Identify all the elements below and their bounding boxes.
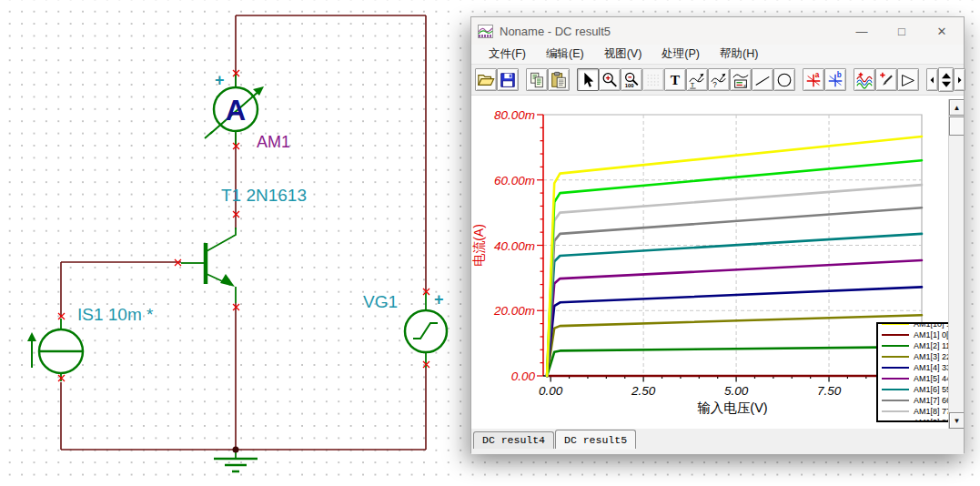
wires[interactable] xyxy=(61,15,426,450)
select-cursor-button[interactable] xyxy=(577,68,599,91)
grid-icon xyxy=(644,71,662,89)
legend-color-line xyxy=(882,410,909,412)
legend-color-line xyxy=(882,378,909,380)
toolbar: 100TT?xab xyxy=(471,65,964,96)
maximize-button[interactable]: □ xyxy=(882,17,922,45)
curve-AM1[2][interactable] xyxy=(547,347,922,376)
legend-color-line xyxy=(882,400,909,401)
marker-button[interactable] xyxy=(897,68,919,91)
y-tick-label: 0.00 xyxy=(511,370,536,383)
open-button[interactable] xyxy=(475,68,497,91)
add-curves-button[interactable] xyxy=(854,68,875,91)
cursor-b-button[interactable]: b xyxy=(824,68,846,91)
ammeter-name-label[interactable]: AM1 xyxy=(257,133,290,151)
menubar: 文件(F)编辑(E)视图(V)处理(P)帮助(H) xyxy=(471,45,964,65)
ammeter-plus-label: + xyxy=(215,71,225,89)
x-tick-label: 7.50 xyxy=(817,384,842,398)
vertical-scrollbar[interactable]: ▲ ▼ xyxy=(948,99,964,429)
menu-item-1[interactable]: 编辑(E) xyxy=(536,45,594,64)
window-title: Noname - DC result5 xyxy=(500,25,611,38)
grid-button[interactable] xyxy=(642,68,664,91)
y-tick-label: 60.00m xyxy=(494,174,535,187)
probe-icon xyxy=(877,71,895,89)
draw-circle-button[interactable] xyxy=(773,68,795,91)
zoom-out-100-button[interactable]: 100 xyxy=(621,68,642,91)
text-icon: T xyxy=(666,71,684,89)
copy-icon xyxy=(528,71,546,89)
legend-color-line xyxy=(882,367,909,369)
nav-right-button[interactable] xyxy=(954,68,965,91)
curve-values-button[interactable]: x xyxy=(730,68,752,91)
curve-AM1[3][interactable] xyxy=(547,315,922,376)
copy-button[interactable] xyxy=(526,68,548,91)
current-source-label[interactable]: IS1 10m * xyxy=(77,305,154,324)
annotate-curve-q-button[interactable]: ? xyxy=(708,68,730,91)
paste-button[interactable] xyxy=(548,68,570,91)
ammeter-symbol[interactable]: A xyxy=(205,73,264,146)
y-tick-label: 80.00m xyxy=(494,108,535,122)
probe-button[interactable] xyxy=(875,68,897,91)
curve-AM1[10][interactable] xyxy=(547,137,922,376)
open-icon xyxy=(477,71,495,89)
titlebar[interactable]: Noname - DC result5 — □ ✕ xyxy=(471,17,964,45)
save-button[interactable] xyxy=(497,68,519,91)
curve-AM1[4][interactable] xyxy=(547,287,922,376)
chart-area[interactable]: 0.0020.00m40.00m60.00m80.00m电流(A)0.002.5… xyxy=(471,96,964,429)
tab-dc-result4[interactable]: DC result4 xyxy=(473,431,554,449)
legend-color-line xyxy=(882,323,909,325)
annotate-curve-a-button[interactable]: T xyxy=(686,68,708,91)
annotate-curve-a-icon: T xyxy=(688,71,706,89)
y-axis-title: 电流(A) xyxy=(471,224,486,267)
plot-window: Noname - DC result5 — □ ✕ 文件(F)编辑(E)视图(V… xyxy=(470,16,965,453)
tab-dc-result5[interactable]: DC result5 xyxy=(555,430,636,449)
nav-left-icon xyxy=(927,71,937,89)
zoom-out-100-icon: 100 xyxy=(622,71,641,89)
curve-values-icon: x xyxy=(732,71,750,89)
svg-text:a: a xyxy=(815,71,820,79)
x-tick-label: 5.00 xyxy=(724,384,749,398)
cursor-a-icon: a xyxy=(804,71,823,89)
generator-name-label[interactable]: VG1 xyxy=(363,292,398,311)
svg-text:T: T xyxy=(671,72,681,87)
scroll-up-button[interactable]: ▲ xyxy=(949,99,964,116)
curve-AM1[5][interactable] xyxy=(547,260,922,376)
svg-text:x: x xyxy=(743,82,746,87)
svg-text:100: 100 xyxy=(625,83,635,88)
scrollbar-thumb[interactable] xyxy=(949,116,964,136)
menu-item-0[interactable]: 文件(F) xyxy=(479,45,536,64)
nav-spinner-button[interactable] xyxy=(938,67,954,92)
x-tick-label: 2.50 xyxy=(631,384,656,398)
junction-dot xyxy=(233,447,239,453)
draw-line-button[interactable] xyxy=(752,68,773,91)
close-button[interactable]: ✕ xyxy=(922,17,962,45)
add-curves-icon xyxy=(855,71,874,89)
legend-color-line xyxy=(882,334,909,336)
menu-item-2[interactable]: 视图(V) xyxy=(594,45,652,64)
x-tick-label: 0.00 xyxy=(539,384,563,398)
current-source-symbol[interactable] xyxy=(27,319,83,381)
minimize-button[interactable]: — xyxy=(842,17,882,45)
text-button[interactable]: T xyxy=(664,68,686,91)
current-arrowhead-icon xyxy=(27,332,36,341)
ground-symbol[interactable] xyxy=(214,450,258,471)
select-cursor-icon xyxy=(579,71,597,89)
menu-item-4[interactable]: 帮助(H) xyxy=(710,45,768,64)
svg-text:T: T xyxy=(691,81,695,89)
curve-AM1[9][interactable] xyxy=(547,160,922,376)
draw-line-icon xyxy=(753,71,772,89)
menu-item-3[interactable]: 处理(P) xyxy=(652,45,710,64)
zoom-in-button[interactable] xyxy=(599,68,621,91)
transistor-symbol[interactable] xyxy=(181,228,236,303)
legend-color-line xyxy=(882,356,909,358)
cursor-b-icon: b xyxy=(826,71,844,89)
legend-color-line xyxy=(882,345,909,347)
x-axis-title: 输入电压(V) xyxy=(697,400,767,415)
cursor-a-button[interactable]: a xyxy=(803,68,824,91)
ammeter-letter: A xyxy=(226,95,246,127)
result-tabbar: DC result4DC result5 xyxy=(471,429,964,449)
curve-AM1[6][interactable] xyxy=(547,234,922,376)
nav-right-icon xyxy=(955,71,965,89)
transistor-name-label[interactable]: T1 2N1613 xyxy=(221,186,307,205)
scroll-down-button[interactable]: ▼ xyxy=(949,412,964,429)
save-icon xyxy=(499,71,517,89)
